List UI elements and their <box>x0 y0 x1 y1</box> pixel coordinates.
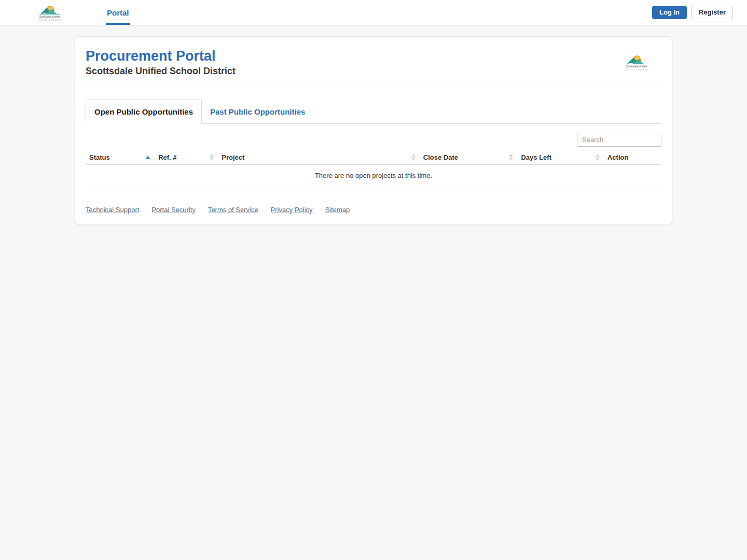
empty-state-row: There are no open projects at this time. <box>86 164 661 187</box>
column-label: Project <box>222 153 244 161</box>
sort-both-icon <box>210 154 214 160</box>
sitemap-link[interactable]: Sitemap <box>325 206 350 214</box>
tab-open-public-opportunities[interactable]: Open Public Opportunities <box>86 100 202 124</box>
search-input[interactable] <box>577 133 661 147</box>
sort-both-icon <box>411 154 416 160</box>
card-footer-links: Technical Support Portal Security Terms … <box>86 206 661 214</box>
top-navigation-bar: Scottsdale Unified SCHOOL DISTRICT Porta… <box>0 0 747 25</box>
technical-support-link[interactable]: Technical Support <box>86 206 139 214</box>
svg-text:SCHOOL DISTRICT: SCHOOL DISTRICT <box>624 69 649 71</box>
table-header-row: Status Ref. # Project <box>86 151 661 165</box>
card-brand-logo: Scottsdale Unified SCHOOL DISTRICT <box>624 52 649 72</box>
column-label: Close Date <box>423 153 458 161</box>
svg-text:SCHOOL DISTRICT: SCHOOL DISTRICT <box>37 19 62 21</box>
sort-both-icon <box>596 154 600 160</box>
column-label: Ref. # <box>158 153 176 161</box>
nav-tab-active-indicator <box>106 23 130 25</box>
log-in-button[interactable]: Log In <box>652 6 687 19</box>
portal-security-link[interactable]: Portal Security <box>151 206 196 214</box>
nav-brand-logo: Scottsdale Unified SCHOOL DISTRICT <box>37 0 62 25</box>
column-header-status[interactable]: Status <box>86 151 155 165</box>
column-header-ref[interactable]: Ref. # <box>155 151 218 165</box>
column-header-days-left[interactable]: Days Left <box>517 151 604 165</box>
sort-both-icon <box>509 154 513 160</box>
search-row <box>86 133 661 147</box>
column-label: Status <box>89 153 110 161</box>
opportunities-table: Status Ref. # Project <box>86 151 661 187</box>
tab-past-public-opportunities[interactable]: Past Public Opportunities <box>202 100 313 123</box>
page-title: Procurement Portal <box>86 49 624 64</box>
district-logo-icon: Scottsdale Unified SCHOOL DISTRICT <box>37 3 62 22</box>
sort-ascending-icon <box>145 156 150 159</box>
procurement-portal-card: Procurement Portal Scottsdale Unified Sc… <box>75 36 672 225</box>
opportunities-tabbar: Open Public Opportunities Past Public Op… <box>86 100 661 124</box>
column-header-action: Action <box>604 151 661 165</box>
nav-tab-portal[interactable]: Portal <box>106 0 130 25</box>
page-subtitle: Scottsdale Unified School District <box>86 66 624 77</box>
card-header: Procurement Portal Scottsdale Unified Sc… <box>86 49 661 77</box>
empty-state-message: There are no open projects at this time. <box>86 164 661 187</box>
nav-tab-portal-label: Portal <box>107 8 129 17</box>
column-label: Days Left <box>521 153 551 161</box>
column-label: Action <box>607 153 628 161</box>
nav-actions: Log In Register <box>652 0 733 25</box>
district-logo-icon: Scottsdale Unified SCHOOL DISTRICT <box>624 52 649 72</box>
column-header-project[interactable]: Project <box>218 151 420 165</box>
terms-of-service-link[interactable]: Terms of Service <box>208 206 258 214</box>
privacy-policy-link[interactable]: Privacy Policy <box>271 206 313 214</box>
svg-text:Scottsdale Unified: Scottsdale Unified <box>39 15 61 18</box>
header-divider <box>86 88 661 88</box>
svg-text:Scottsdale Unified: Scottsdale Unified <box>626 65 647 68</box>
register-button[interactable]: Register <box>691 6 733 19</box>
column-header-close-date[interactable]: Close Date <box>420 151 518 165</box>
